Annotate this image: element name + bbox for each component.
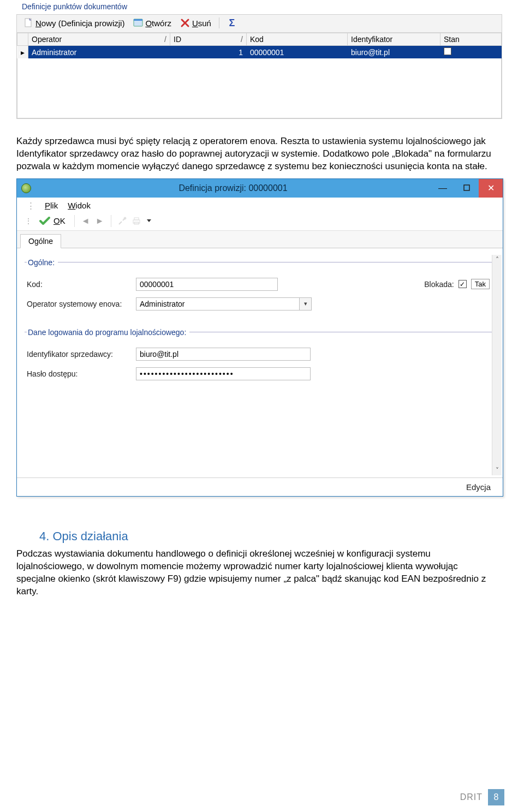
col-label: ID — [174, 35, 181, 44]
open-button[interactable]: Otwórz — [131, 17, 174, 29]
close-button[interactable]: ✕ — [479, 179, 503, 198]
form-area: Ogólne: Kod: Blokada: ✓ Tak Operator sys… — [17, 248, 503, 477]
col-label: Stan — [444, 35, 460, 44]
definitions-grid-panel: Nowy (Definicja prowizji) Otwórz Usuń Σ — [16, 14, 502, 119]
grid-toolbar: Nowy (Definicja prowizji) Otwórz Usuń Σ — [17, 15, 502, 33]
page-number: 8 — [488, 789, 504, 805]
svg-rect-6 — [134, 218, 139, 220]
cell-ident: biuro@tit.pl — [348, 46, 440, 59]
group-title: Definicje punktów dokumentów — [16, 1, 502, 14]
group-login: Dane logowania do programu lojalnościowe… — [25, 328, 492, 390]
vertical-dots-icon: ⋮ — [27, 201, 35, 211]
table-row[interactable]: ▸ Administrator 1 00000001 biuro@tit.pl — [17, 46, 502, 59]
window-title: Definicja prowizji: 00000001 — [35, 183, 431, 193]
scroll-down-icon[interactable]: ˅ — [496, 467, 499, 474]
titlebar[interactable]: Definicja prowizji: 00000001 — ✕ — [17, 179, 503, 198]
col-id[interactable]: ID / — [170, 33, 247, 46]
identifier-input[interactable] — [136, 348, 311, 361]
chevron-down-icon: ▾ — [304, 300, 307, 307]
dropdown-button[interactable]: ▾ — [300, 297, 312, 311]
toolbar-separator — [219, 17, 219, 28]
open-label: Otwórz — [145, 19, 171, 28]
body-paragraph-2: Podczas wystawiania dokumentu handlowego… — [16, 548, 497, 598]
svg-rect-3 — [464, 185, 469, 190]
cell-operator: Administrator — [28, 46, 170, 59]
vertical-scrollbar[interactable]: ˄ ˅ — [492, 255, 502, 475]
tab-general[interactable]: Ogólne — [20, 234, 61, 248]
menubar: ⋮ Plik Widok — [17, 198, 503, 213]
ok-label: OK — [53, 216, 66, 225]
row-marker-icon: ▸ — [17, 46, 28, 59]
statusbar: Edycja — [17, 477, 503, 496]
label-kod: Kod: — [27, 280, 136, 289]
operator-select[interactable]: ▾ — [136, 297, 312, 311]
svg-rect-2 — [134, 19, 142, 21]
blokada-text: Tak — [471, 279, 490, 289]
commission-definition-window: Definicja prowizji: 00000001 — ✕ ⋮ Plik … — [16, 178, 503, 497]
tabstrip: Ogólne — [17, 231, 503, 248]
cell-kod: 00000001 — [247, 46, 348, 59]
checkbox-icon — [444, 47, 451, 55]
label-password: Hasło dostępu: — [27, 369, 136, 378]
col-label: Kod — [250, 35, 264, 44]
dropdown-caret-icon[interactable] — [147, 219, 151, 222]
nav-back-icon[interactable]: ◄ — [80, 216, 91, 226]
col-label: Identyfikator — [351, 35, 392, 44]
new-label: Nowy (Definicja prowizji) — [35, 19, 124, 28]
menu-view[interactable]: Widok — [68, 201, 91, 211]
maximize-icon — [463, 183, 470, 193]
new-document-icon — [23, 18, 33, 28]
toolbar-separator — [111, 215, 111, 227]
label-blokada: Blokada: — [424, 280, 454, 289]
sort-indicator-icon: / — [241, 35, 243, 44]
form-open-icon — [133, 18, 143, 28]
col-ident[interactable]: Identyfikator — [348, 33, 440, 46]
sum-button[interactable]: Σ — [225, 17, 239, 29]
new-button[interactable]: Nowy (Definicja prowizji) — [21, 17, 127, 29]
label-operator: Operator systemowy enova: — [27, 300, 136, 308]
menu-file[interactable]: Plik — [45, 201, 58, 211]
col-label: Operator — [32, 35, 62, 44]
kod-input[interactable] — [136, 278, 278, 291]
toolbar-separator — [74, 215, 75, 227]
app-icon — [21, 183, 31, 193]
close-icon: ✕ — [487, 183, 495, 193]
minimize-button[interactable]: — — [431, 179, 455, 198]
col-stan[interactable]: Stan — [440, 33, 502, 46]
cell-id: 1 — [170, 46, 247, 59]
row-marker-header — [17, 33, 28, 46]
label-ident: Identyfikator sprzedawcy: — [27, 350, 136, 359]
group-general: Ogólne: Kod: Blokada: ✓ Tak Operator sys… — [25, 258, 492, 320]
page-footer: DRIT 8 — [460, 789, 504, 805]
section-heading: 4. Opis działania — [39, 529, 524, 544]
scroll-up-icon[interactable]: ˄ — [496, 256, 499, 264]
col-kod[interactable]: Kod — [247, 33, 348, 46]
body-paragraph-1: Każdy sprzedawca musi być spięty relacją… — [16, 135, 497, 173]
sort-indicator-icon: / — [164, 35, 166, 44]
minimize-icon: — — [438, 183, 447, 193]
vertical-dots-icon: ⋮ — [25, 217, 32, 225]
col-operator[interactable]: Operator / — [28, 33, 170, 46]
print-icon[interactable] — [131, 216, 142, 226]
delete-x-icon — [180, 18, 190, 28]
grid-empty-area — [17, 58, 502, 118]
sigma-icon: Σ — [227, 18, 237, 28]
ok-button[interactable]: OK — [35, 215, 69, 227]
footer-brand: DRIT — [460, 792, 483, 802]
window-toolbar: ⋮ OK ◄ ► — [17, 213, 503, 231]
definitions-table[interactable]: Operator / ID / Kod Identyfikator Stan — [17, 33, 502, 58]
group-legend: Ogólne: — [27, 258, 58, 267]
nav-forward-icon[interactable]: ► — [94, 216, 105, 226]
tools-icon[interactable] — [117, 216, 128, 226]
group-legend: Dane logowania do programu lojalnościowe… — [27, 328, 189, 337]
delete-button[interactable]: Usuń — [178, 17, 213, 29]
operator-input[interactable] — [136, 297, 300, 311]
maximize-button[interactable] — [455, 179, 479, 198]
checkmark-icon — [39, 216, 51, 226]
delete-label: Usuń — [192, 19, 211, 28]
password-input[interactable] — [136, 367, 311, 380]
cell-stan — [440, 46, 502, 59]
status-text: Edycja — [466, 482, 491, 492]
blokada-checkbox[interactable]: ✓ — [458, 280, 467, 288]
